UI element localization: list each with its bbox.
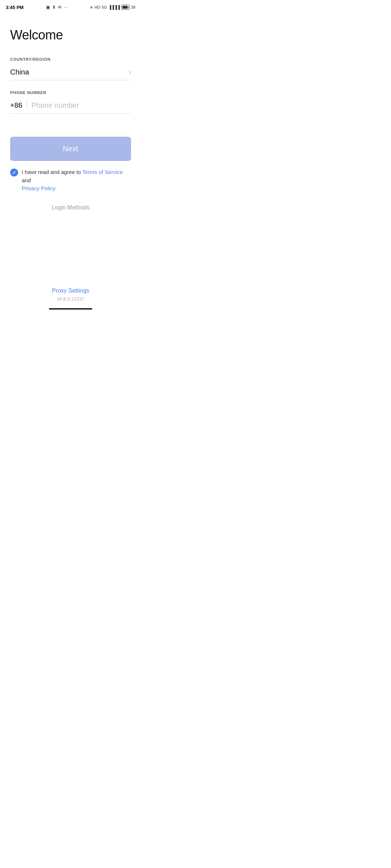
terms-of-service-link[interactable]: Terms of Service bbox=[82, 169, 123, 175]
battery-tip bbox=[128, 7, 129, 8]
status-icons: ▣ ⬆ ✉ ··· bbox=[46, 5, 67, 10]
message-icon: ▣ bbox=[46, 5, 50, 10]
phone-input[interactable] bbox=[31, 101, 131, 110]
main-content: Welcome COUNTRY/REGION China › PHONE NUM… bbox=[0, 13, 141, 211]
privacy-policy-link[interactable]: Privacy Policy bbox=[22, 185, 55, 191]
country-selector[interactable]: China › bbox=[10, 64, 131, 80]
phone-label: PHONE NUMBER bbox=[10, 90, 131, 95]
next-button[interactable]: Next bbox=[10, 137, 131, 161]
status-right: ∗ HD 5G ▐▐▐▐ 38 bbox=[90, 5, 135, 10]
bluetooth-icon: ∗ bbox=[90, 5, 93, 10]
chevron-right-icon: › bbox=[129, 68, 131, 76]
page-title: Welcome bbox=[10, 27, 131, 43]
country-label: COUNTRY/REGION bbox=[10, 57, 131, 61]
terms-checkbox[interactable] bbox=[10, 169, 18, 176]
more-icon: ··· bbox=[64, 5, 67, 10]
country-value: China bbox=[10, 68, 29, 76]
network-label: 5G bbox=[102, 5, 107, 9]
status-bar: 3:45 PM ▣ ⬆ ✉ ··· ∗ HD 5G ▐▐▐▐ 38 bbox=[0, 0, 141, 13]
signal-icon: ▐▐▐▐ bbox=[109, 5, 120, 9]
login-methods[interactable]: Login Methods bbox=[10, 204, 131, 211]
upload-icon: ⬆ bbox=[52, 5, 56, 10]
phone-section: PHONE NUMBER +86 bbox=[10, 90, 131, 114]
terms-text: I have read and agree to Terms of Servic… bbox=[22, 168, 131, 193]
proxy-settings-link[interactable]: Proxy Settings bbox=[52, 288, 89, 294]
mail-icon: ✉ bbox=[58, 5, 62, 10]
battery-fill bbox=[122, 6, 127, 9]
hd-label: HD bbox=[94, 5, 100, 9]
terms-prefix: I have read and agree to bbox=[22, 169, 82, 175]
status-time: 3:45 PM bbox=[6, 5, 24, 10]
battery-level: 38 bbox=[131, 5, 135, 9]
phone-input-row: +86 bbox=[10, 98, 131, 114]
terms-and: and bbox=[22, 177, 31, 183]
checkbox-checked-icon[interactable] bbox=[10, 169, 18, 176]
home-indicator bbox=[49, 308, 92, 310]
bottom-section: Proxy Settings v8.8.3-11237 bbox=[0, 288, 141, 302]
country-section: COUNTRY/REGION China › bbox=[10, 57, 131, 80]
country-code: +86 bbox=[10, 101, 27, 110]
terms-row: I have read and agree to Terms of Servic… bbox=[10, 168, 131, 193]
version-label: v8.8.3-11237 bbox=[57, 296, 84, 302]
battery-indicator bbox=[121, 5, 130, 10]
